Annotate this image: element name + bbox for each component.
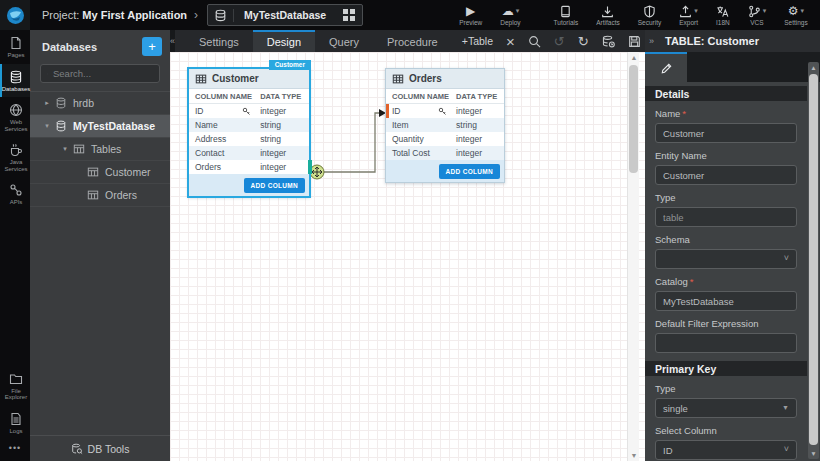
rail-item-java-services[interactable]: Java Services — [0, 137, 30, 177]
table-card-orders[interactable]: Orders COLUMN NAME DATA TYPE ID integer … — [385, 68, 505, 183]
databases-panel: Databases + ▸ hrdb ▾ MyTestDatabase ▾ Ta… — [30, 30, 170, 461]
search-input[interactable] — [53, 68, 153, 79]
tree-item-mytestdatabase[interactable]: ▾ MyTestDatabase — [30, 115, 170, 138]
zoom-search-icon[interactable] — [528, 35, 541, 48]
add-database-button[interactable]: + — [142, 37, 162, 56]
vcs-button[interactable]: ▾ VCS — [748, 0, 767, 30]
scroll-up-icon[interactable]: ▲ — [808, 64, 819, 71]
open-database-tab[interactable]: MyTestDatabase — [207, 4, 363, 26]
inspector-vertical-scrollbar[interactable]: ▲ ▼ — [808, 62, 819, 459]
column-row-address[interactable]: Address string — [189, 132, 309, 146]
artifacts-button[interactable]: Artifacts — [596, 0, 619, 30]
tree-item-customer[interactable]: Customer — [30, 161, 170, 184]
add-table-button[interactable]: +Table — [462, 35, 493, 47]
left-icon-rail: Pages Databases Web Services Java Servic… — [0, 30, 30, 461]
tree-item-orders[interactable]: Orders — [30, 184, 170, 207]
tab-design[interactable]: Design — [253, 30, 315, 52]
inspector-tabs — [645, 52, 820, 82]
scroll-down-icon[interactable]: ▼ — [628, 452, 640, 459]
preview-button[interactable]: ▶ Preview — [459, 0, 482, 30]
type-input[interactable] — [655, 207, 797, 227]
canvas-vertical-scrollbar[interactable]: ▲ ▼ — [627, 52, 639, 461]
tab-query[interactable]: Query — [315, 30, 373, 52]
add-column-button[interactable]: ADD COLUMN — [439, 164, 500, 179]
rail-item-file-explorer[interactable]: File Explorer — [0, 366, 30, 406]
primary-key-icon — [242, 107, 251, 116]
column-row-orders[interactable]: Orders integer — [189, 160, 309, 174]
deploy-button[interactable]: ☁▾ Deploy — [500, 0, 520, 30]
scrollbar-thumb[interactable] — [629, 65, 638, 173]
column-row-item[interactable]: Item string — [386, 118, 504, 132]
rail-item-databases[interactable]: Databases — [0, 64, 30, 98]
pk-type-select[interactable]: single ▼ — [655, 398, 797, 418]
security-button[interactable]: Security — [638, 0, 661, 30]
table-card-header[interactable]: Customer — [189, 69, 309, 89]
play-icon: ▶ — [466, 4, 475, 18]
export-button[interactable]: ▾ I18N Export — [679, 0, 698, 30]
rail-item-pages[interactable]: Pages — [0, 30, 30, 64]
i18n-button[interactable]: I18N — [716, 0, 730, 30]
collapse-panel-button[interactable]: « — [170, 30, 175, 52]
column-row-contact[interactable]: Contact integer — [189, 146, 309, 160]
add-column-button[interactable]: ADD COLUMN — [244, 178, 305, 193]
design-toolbar: « Settings Design Query Procedure +Table… — [170, 30, 645, 52]
rail-item-apis[interactable]: APIs — [0, 177, 30, 211]
db-tools-button[interactable]: DB Tools — [30, 435, 170, 461]
save-icon[interactable] — [628, 35, 641, 48]
project-breadcrumb[interactable]: Project: My First Application — [42, 9, 187, 21]
caret-right-icon[interactable]: ▸ — [42, 99, 52, 107]
scroll-down-icon[interactable]: ▼ — [808, 450, 819, 457]
shield-icon — [643, 4, 656, 18]
caret-down-icon[interactable]: ▾ — [42, 122, 52, 130]
caret-down-icon[interactable]: ▾ — [60, 145, 70, 153]
table-icon — [392, 73, 404, 85]
search-box[interactable] — [40, 64, 160, 83]
app-logo[interactable] — [0, 0, 30, 30]
table-card-customer[interactable]: Customer Customer COLUMN NAME DATA TYPE … — [188, 68, 310, 197]
tree-item-hrdb[interactable]: ▸ hrdb — [30, 92, 170, 115]
tab-settings[interactable]: Settings — [185, 30, 253, 52]
tab-edit-properties[interactable] — [645, 52, 687, 82]
column-row-name[interactable]: Name string — [189, 118, 309, 132]
column-row-quantity[interactable]: Quantity integer — [386, 132, 504, 146]
apps-grid-icon[interactable] — [336, 9, 362, 21]
page-icon — [9, 36, 23, 50]
catalog-input[interactable] — [655, 291, 797, 311]
field-default-filter: Default Filter Expression — [645, 313, 807, 361]
rail-item-logs[interactable]: Logs — [0, 406, 30, 440]
table-rows: ID integer Name string Address string Co… — [189, 104, 309, 174]
tab-procedure[interactable]: Procedure — [373, 30, 452, 52]
field-schema: Schema ˅ — [645, 229, 807, 271]
table-card-header[interactable]: Orders — [386, 69, 504, 89]
table-icon — [195, 73, 207, 85]
entity-name-input[interactable] — [655, 165, 797, 185]
settings-button[interactable]: ⚙▾ Settings — [784, 0, 808, 30]
expand-panel-button[interactable]: » — [649, 36, 661, 46]
name-input[interactable] — [655, 123, 797, 143]
column-row-id[interactable]: ID integer — [386, 104, 504, 118]
column-row-id[interactable]: ID integer — [189, 104, 309, 118]
chevron-down-icon: ▾ — [694, 5, 698, 17]
tutorials-button[interactable]: Tutorials — [554, 0, 579, 30]
default-filter-input[interactable] — [655, 333, 797, 353]
gear-icon: ⚙▾ — [788, 4, 804, 18]
schema-select[interactable]: ˅ — [655, 249, 797, 269]
scroll-up-icon[interactable]: ▲ — [628, 54, 640, 61]
redo-icon[interactable]: ↻ — [578, 35, 589, 48]
select-column-select[interactable]: ID ˅ — [655, 440, 797, 460]
relation-anchor[interactable] — [308, 160, 312, 174]
chevron-down-icon: ▾ — [516, 5, 520, 17]
breadcrumb-chevron-icon: › — [194, 8, 198, 22]
column-row-total-cost[interactable]: Total Cost integer — [386, 146, 504, 160]
upload-icon: ▾ — [679, 4, 698, 18]
undo-icon[interactable]: ↺ — [554, 35, 565, 48]
branch-icon: ▾ — [748, 4, 767, 18]
er-diagram-canvas[interactable]: Customer Customer COLUMN NAME DATA TYPE … — [170, 52, 645, 461]
tree-item-tables[interactable]: ▾ Tables — [30, 138, 170, 161]
database-icon — [208, 9, 234, 22]
rail-item-web-services[interactable]: Web Services — [0, 97, 30, 137]
rail-more-button[interactable]: ••• — [0, 439, 30, 457]
scrollbar-thumb[interactable] — [809, 74, 818, 445]
reload-schema-icon[interactable] — [602, 35, 615, 48]
delete-icon[interactable]: × — [506, 34, 515, 49]
